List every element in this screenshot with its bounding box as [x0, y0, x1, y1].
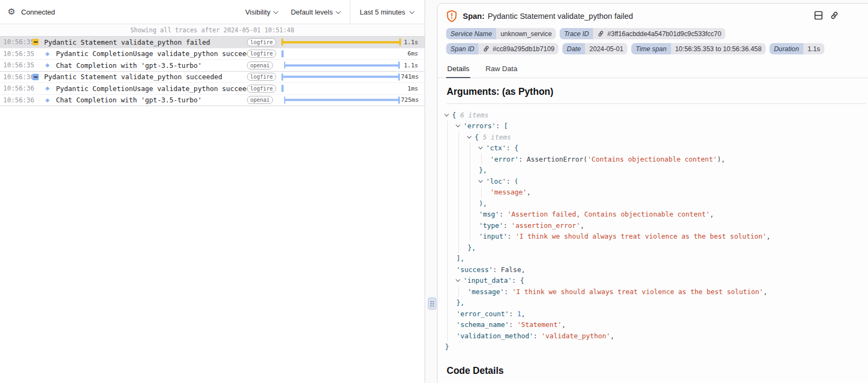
link-icon [483, 45, 490, 52]
indent-guide [481, 154, 482, 165]
chevron-down-icon [336, 9, 341, 14]
indent-guide [447, 319, 448, 331]
collapse-chevron-icon[interactable] [468, 136, 475, 138]
layout-panel-icon[interactable] [814, 11, 823, 20]
code-line: 'loc': ( [442, 176, 866, 187]
indent-guide [447, 286, 448, 297]
indent-guide [458, 242, 459, 253]
trace-row[interactable]: 10:56:36◆Chat Completion with 'gpt-3.5-t… [0, 95, 425, 107]
panel-resize-handle[interactable] [428, 297, 436, 310]
badge-label: Time span [631, 43, 671, 54]
gear-icon[interactable]: ⚙ [8, 8, 15, 16]
code-details-heading: Code Details [447, 365, 866, 377]
trace-label: Pydantic CompletionUsage validate_python… [52, 50, 247, 58]
indent-guide [458, 131, 459, 143]
indent-guide [458, 220, 459, 231]
code-line: }, [442, 297, 866, 309]
diamond-icon: ◆ [45, 86, 50, 91]
link-icon[interactable] [830, 11, 839, 20]
trace-time: 10:56:35 [0, 61, 30, 69]
code-line: } [442, 342, 866, 353]
trace-duration: 1.1s [401, 62, 425, 69]
status-bar-text: Showing all traces after 2024-05-01 10:5… [130, 26, 294, 34]
span-title: Pydantic Statement validate_python faile… [488, 12, 633, 20]
scope-tag: openai [247, 96, 273, 104]
detail-tabs: DetailsRaw Data [437, 61, 868, 78]
span-detail-panel: Span: Pydantic Statement validate_python… [437, 3, 868, 383]
duration-bar [281, 39, 401, 46]
badge-value: #cc89a295db1b7109 [478, 43, 559, 54]
tab-details[interactable]: Details [446, 61, 470, 78]
trace-row[interactable]: 10:56:36◆Pydantic CompletionUsage valida… [0, 83, 425, 95]
collapse-chevron-icon[interactable] [456, 125, 463, 127]
collapse-chevron-icon[interactable] [479, 147, 486, 149]
duration-bar [284, 96, 400, 103]
span-kind-label: Span: [463, 12, 484, 20]
diamond-icon: ◆ [45, 51, 50, 57]
indent-guide [447, 297, 448, 309]
indent-guide [447, 330, 448, 342]
collapse-chevron-icon[interactable] [479, 180, 486, 182]
link-icon [597, 30, 604, 37]
collapse-chevron-icon[interactable] [445, 114, 452, 116]
indent-guide [481, 187, 482, 198]
code-line: ), [442, 198, 866, 209]
duration-bar-track [274, 37, 401, 48]
code-line: 'msg': 'Assertion failed, Contains objec… [442, 209, 866, 220]
default-levels-dropdown-label: Default levels [291, 8, 333, 16]
trace-duration: 6ms [401, 50, 425, 57]
indent-guide [458, 198, 459, 209]
status-bar: Showing all traces after 2024-05-01 10:5… [0, 24, 425, 37]
trace-row[interactable]: 10:56:35◆Chat Completion with 'gpt-3.5-t… [0, 60, 425, 72]
indent-guide [458, 231, 459, 242]
badge-value: 1.1s [803, 43, 824, 54]
default-levels-dropdown[interactable]: Default levels [291, 8, 340, 16]
duration-bar-track [274, 95, 401, 106]
scope-tag: logfire [247, 85, 276, 93]
trace-row[interactable]: 10:56:36Pydantic Statement validate_pyth… [0, 72, 425, 83]
indent-guide [447, 275, 448, 287]
trace-row[interactable]: 10:56:35◆Pydantic CompletionUsage valida… [0, 48, 425, 60]
time-range-dropdown[interactable]: Last 5 minutes [350, 0, 425, 24]
indent-guide [447, 165, 448, 176]
visibility-dropdown[interactable]: Visibility [245, 8, 278, 16]
duration-tick [281, 85, 284, 92]
duration-bar-track [274, 48, 401, 60]
tab-raw-data[interactable]: Raw Data [484, 61, 518, 78]
code-line: { 5 items [442, 131, 866, 143]
metadata-badge: Span ID#cc89a295db1b7109 [446, 43, 559, 54]
indent-guide [447, 231, 448, 242]
code-line: ], [442, 253, 866, 264]
indent-guide [458, 176, 459, 187]
collapse-toggle-warning-icon[interactable] [32, 39, 39, 45]
trace-time: 10:56:36 [0, 96, 30, 104]
collapse-chevron-icon[interactable] [456, 280, 463, 281]
code-line: 'message', [442, 187, 866, 198]
badge-value: 2024-05-01 [585, 43, 627, 54]
trace-label: Pydantic Statement validate_python succe… [40, 73, 247, 81]
chevron-down-icon [273, 9, 279, 14]
metadata-badge: Service Nameunknown_service [446, 28, 556, 39]
code-line: }, [442, 165, 866, 176]
indent-guide [447, 176, 448, 187]
duration-bar-track [274, 60, 401, 71]
arguments-heading: Arguments: (as Python) [447, 86, 866, 98]
trace-label: Chat Completion with 'gpt-3.5-turbo' [52, 96, 247, 104]
trace-time: 10:56:35 [0, 38, 30, 46]
time-range-label: Last 5 minutes [359, 8, 405, 16]
badge-label: Span ID [446, 43, 478, 54]
indent-guide [470, 198, 470, 209]
badge-value: #3ff16acbdde4a547b01d9c9c533fcc70 [593, 28, 725, 39]
header-actions: × [814, 10, 868, 21]
collapse-toggle-info-icon[interactable] [32, 74, 39, 80]
indent-guide [470, 165, 470, 176]
code-line: }, [442, 242, 866, 253]
code-line: { 6 items [442, 109, 866, 121]
trace-label: Pydantic CompletionUsage validate_python… [52, 85, 247, 93]
code-line: 'validation_method': 'validate_python', [442, 330, 866, 342]
duration-bar-track [274, 83, 401, 94]
indent-guide [447, 131, 448, 143]
trace-row[interactable]: 10:56:35Pydantic Statement validate_pyth… [0, 37, 425, 48]
trace-duration: 1ms [401, 85, 425, 92]
scope-tag: logfire [247, 38, 276, 46]
